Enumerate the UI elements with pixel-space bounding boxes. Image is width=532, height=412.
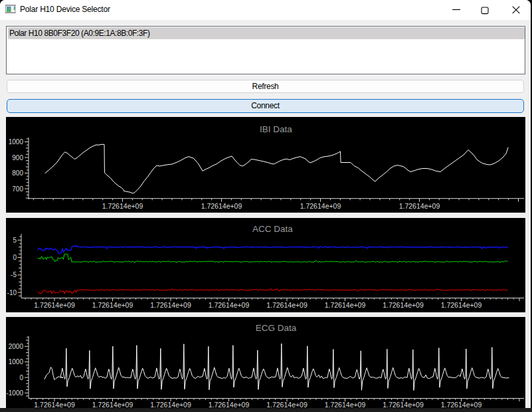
svg-text:ACC Data: ACC Data [252, 224, 293, 234]
svg-text:1.72614e+09: 1.72614e+09 [383, 301, 424, 309]
svg-text:0: 0 [13, 254, 17, 261]
svg-text:1.72614e+09: 1.72614e+09 [209, 401, 250, 409]
svg-text:1.72614e+09: 1.72614e+09 [325, 401, 366, 409]
svg-text:0: 0 [19, 374, 23, 381]
svg-text:1.72614e+09: 1.72614e+09 [266, 401, 308, 409]
svg-text:900: 900 [12, 154, 23, 161]
svg-text:1.72614e+09: 1.72614e+09 [201, 202, 242, 210]
svg-text:ECG Data: ECG Data [256, 323, 297, 333]
svg-text:1.72614e+09: 1.72614e+09 [325, 301, 366, 309]
svg-text:1.72614e+09: 1.72614e+09 [150, 401, 191, 409]
svg-text:1.72614e+09: 1.72614e+09 [102, 202, 143, 210]
svg-text:1.72614e+09: 1.72614e+09 [441, 301, 482, 309]
svg-text:2000: 2000 [9, 343, 24, 350]
svg-text:-10: -10 [7, 289, 17, 296]
svg-text:-5: -5 [11, 271, 17, 278]
svg-text:1.72614e+09: 1.72614e+09 [300, 202, 341, 210]
svg-text:1.72614e+09: 1.72614e+09 [399, 202, 440, 210]
svg-text:1000: 1000 [9, 138, 24, 146]
svg-text:800: 800 [12, 169, 23, 177]
svg-text:1.72614e+09: 1.72614e+09 [150, 301, 191, 309]
svg-text:1.72614e+09: 1.72614e+09 [441, 401, 482, 409]
svg-text:1.72614e+09: 1.72614e+09 [34, 401, 75, 409]
svg-text:-1000: -1000 [6, 389, 23, 397]
svg-text:IBI Data: IBI Data [260, 124, 292, 134]
svg-text:1.72614e+09: 1.72614e+09 [34, 301, 75, 309]
svg-text:1.72614e+09: 1.72614e+09 [209, 301, 250, 309]
svg-text:1.72614e+09: 1.72614e+09 [92, 301, 133, 309]
svg-text:1.72614e+09: 1.72614e+09 [92, 401, 133, 409]
svg-text:1000: 1000 [9, 358, 24, 365]
svg-text:700: 700 [12, 185, 23, 193]
svg-text:1.72614e+09: 1.72614e+09 [383, 401, 424, 409]
svg-text:1.72614e+09: 1.72614e+09 [266, 301, 308, 309]
svg-text:5: 5 [13, 237, 17, 244]
